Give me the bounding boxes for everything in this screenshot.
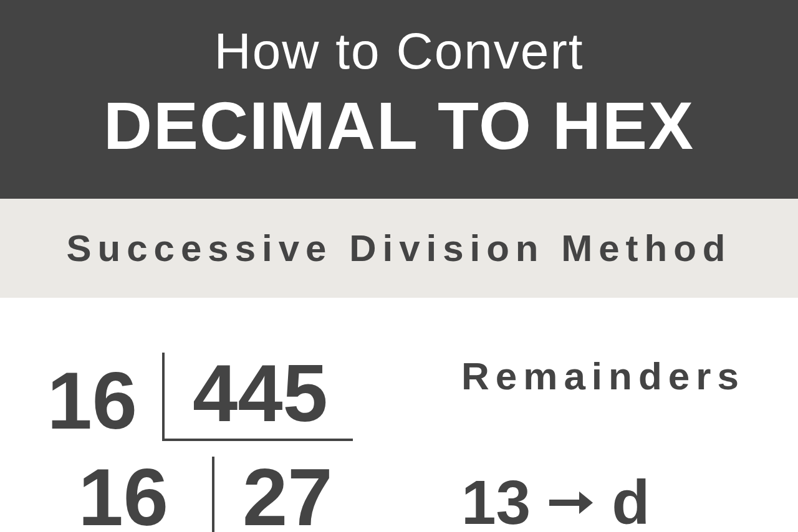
dividend-1: 445 <box>193 353 328 434</box>
remainders-title: Remainders <box>461 354 773 398</box>
header: How to Convert DECIMAL TO HEX <box>0 0 798 199</box>
remainder-hex-1: d <box>612 467 650 532</box>
title-line-1: How to Convert <box>12 22 786 80</box>
remainder-value-1: 13 <box>461 467 531 532</box>
subheader-text: Successive Division Method <box>12 227 786 270</box>
content-area: 16 445 16 27 Remainders 13 d <box>0 298 798 532</box>
division-row-1: 16 445 <box>25 335 424 441</box>
arrow-icon <box>549 490 593 515</box>
subheader: Successive Division Method <box>0 199 798 298</box>
title-line-2: DECIMAL TO HEX <box>12 87 786 164</box>
remainders-column: Remainders 13 d <box>424 335 773 532</box>
remainder-row-1: 13 d <box>461 467 773 532</box>
divisor-1: 16 <box>25 360 162 441</box>
division-row-2: 16 27 <box>25 457 424 531</box>
division-column: 16 445 16 27 <box>25 335 424 532</box>
dividend-2: 27 <box>243 457 333 532</box>
division-bracket-2: 27 <box>212 457 358 532</box>
division-bracket-1: 445 <box>162 353 353 441</box>
divisor-2: 16 <box>56 457 193 532</box>
